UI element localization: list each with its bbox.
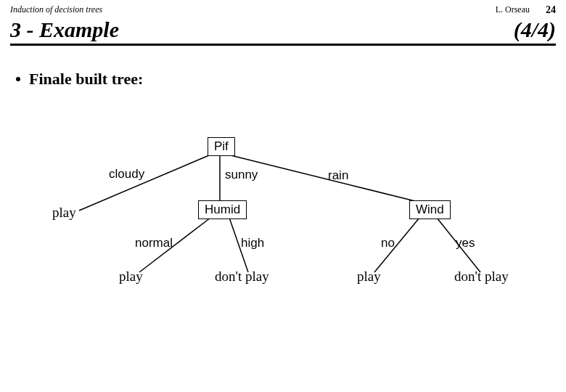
leaf-play-no: play bbox=[357, 269, 381, 285]
decision-tree-diagram: Pif cloudy sunny rain play Humid normal … bbox=[0, 0, 566, 392]
node-label: Pif bbox=[214, 139, 229, 153]
node-label: Humid bbox=[205, 203, 240, 216]
leaf-dontplay-yes: don't play bbox=[454, 269, 509, 285]
svg-line-2 bbox=[231, 155, 418, 202]
tree-edges bbox=[0, 0, 566, 392]
tree-node-humid: Humid bbox=[198, 200, 247, 219]
edge-label-high: high bbox=[241, 236, 264, 250]
edge-label-no: no bbox=[381, 236, 395, 250]
tree-root-node: Pif bbox=[208, 137, 235, 156]
edge-label-yes: yes bbox=[456, 236, 475, 250]
edge-label-normal: normal bbox=[135, 236, 173, 250]
leaf-dontplay-high: don't play bbox=[215, 269, 269, 285]
edge-label-sunny: sunny bbox=[225, 168, 258, 182]
node-label: Wind bbox=[416, 203, 444, 216]
tree-node-wind: Wind bbox=[409, 200, 451, 219]
svg-line-0 bbox=[79, 155, 209, 211]
edge-label-cloudy: cloudy bbox=[109, 167, 144, 181]
edge-label-rain: rain bbox=[328, 168, 348, 183]
leaf-play-normal: play bbox=[119, 269, 143, 285]
leaf-play-cloudy: play bbox=[52, 205, 76, 221]
